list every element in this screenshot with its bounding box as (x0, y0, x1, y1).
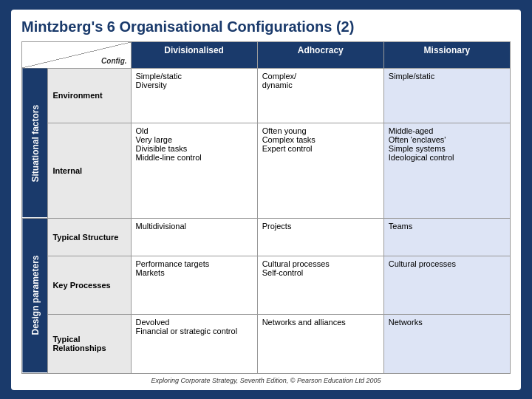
header-row: Config. Divisionalised Adhocracy Mission… (22, 41, 511, 68)
table-row: Key ProcessesPerformance targets Markets… (22, 256, 511, 314)
table-body: Situational factorsEnvironmentSimple/sta… (22, 68, 511, 373)
cell-0-1-col3: Middle-aged Often 'enclaves' Simple syst… (383, 123, 510, 219)
table-row: Design parametersTypical StructureMultid… (22, 218, 511, 256)
col1-header: Divisionalised (131, 41, 257, 68)
table-wrapper: Config. Divisionalised Adhocracy Mission… (21, 41, 511, 374)
group-label-1: Design parameters (22, 218, 48, 373)
cell-1-0-col1: Multidivisional (131, 218, 257, 256)
config-label: Config. (101, 57, 126, 65)
main-container: Mintzberg's 6 Organisational Configurati… (11, 10, 521, 390)
cell-1-2-col1: Devolved Financial or strategic control (131, 314, 257, 373)
cell-1-0-col2: Projects (257, 218, 383, 256)
cell-1-2-col2: Networks and alliances (257, 314, 383, 373)
row-label: Environment (48, 68, 131, 123)
row-label: Typical Structure (48, 218, 131, 256)
group-label-0: Situational factors (22, 68, 48, 218)
cell-0-1-col2: Often young Complex tasks Expert control (257, 123, 383, 219)
cell-0-0-col2: Complex/ dynamic (257, 68, 383, 123)
cell-0-1-col1: Old Very large Divisible tasks Middle-li… (131, 123, 257, 219)
col3-header: Missionary (383, 41, 510, 68)
cell-1-1-col1: Performance targets Markets (131, 256, 257, 314)
col2-header: Adhocracy (257, 41, 383, 68)
row-label: Internal (48, 123, 131, 219)
cell-1-1-col2: Cultural processes Self-control (257, 256, 383, 314)
footer-text: Exploring Corporate Strategy, Seventh Ed… (21, 377, 511, 384)
cell-1-0-col3: Teams (383, 218, 510, 256)
cell-0-0-col1: Simple/static Diversity (131, 68, 257, 123)
page-title: Mintzberg's 6 Organisational Configurati… (21, 18, 511, 35)
row-label: Key Processes (48, 256, 131, 314)
table-row: Typical RelationshipsDevolved Financial … (22, 314, 511, 373)
table-row: Situational factorsEnvironmentSimple/sta… (22, 68, 511, 123)
cell-1-2-col3: Networks (383, 314, 510, 373)
cell-1-1-col3: Cultural processes (383, 256, 510, 314)
table-row: InternalOld Very large Divisible tasks M… (22, 123, 511, 219)
cell-0-0-col3: Simple/static (383, 68, 510, 123)
main-table: Config. Divisionalised Adhocracy Mission… (21, 41, 511, 374)
config-header-cell: Config. (22, 41, 132, 68)
row-label: Typical Relationships (48, 314, 131, 373)
